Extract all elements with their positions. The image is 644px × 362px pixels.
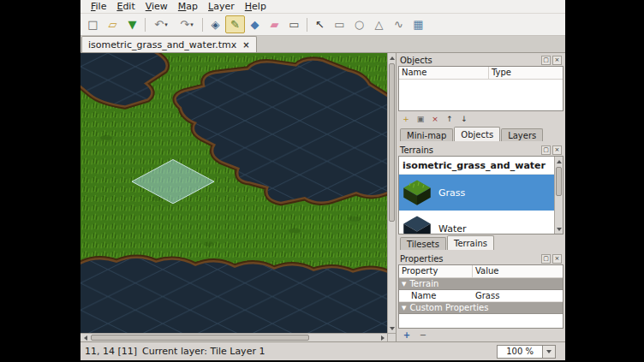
- remove-object-button[interactable]: ×: [428, 112, 442, 125]
- properties-panel-title: Properties: [400, 254, 540, 264]
- add-property-button[interactable]: +: [400, 329, 414, 340]
- objects-panel-titlebar: Objects ▢ ×: [398, 54, 564, 66]
- scroll-down-button[interactable]: [555, 224, 563, 234]
- properties-panel-float-button[interactable]: ▢: [541, 254, 551, 264]
- objects-table: Name Type: [398, 66, 564, 111]
- insert-polyline-icon: ∿: [394, 18, 403, 31]
- insert-rectangle-icon: ▭: [334, 18, 344, 31]
- properties-table: Property Value ▼ Terrain Name Grass ▼ Cu…: [398, 264, 564, 329]
- main-toolbar: □ ▱ ▼ ↶▾ ↷▾ ◈ ✎ ◆ ▰ ▭ ↖ ▭ ○ △ ∿ ▦: [80, 14, 565, 36]
- menu-edit[interactable]: Edit: [111, 1, 140, 12]
- insert-polygon-tool-button[interactable]: △: [369, 15, 389, 33]
- duplicate-object-button[interactable]: ▣: [414, 112, 427, 125]
- insert-tile-tool-button[interactable]: ▦: [408, 15, 428, 33]
- zoom-dropdown-button[interactable]: [543, 345, 556, 359]
- rect-select-tool-button[interactable]: ▭: [284, 15, 304, 33]
- scroll-left-button[interactable]: [80, 334, 90, 341]
- scroll-up-button[interactable]: [388, 53, 396, 62]
- properties-panel-close-button[interactable]: ×: [552, 254, 562, 264]
- redo-button[interactable]: ↷▾: [174, 15, 200, 33]
- map-horizontal-scrollbar[interactable]: [80, 333, 387, 341]
- undo-dropdown-icon[interactable]: ▾: [164, 21, 168, 28]
- horizontal-scroll-thumb[interactable]: [91, 335, 309, 341]
- objects-panel-title: Objects: [400, 56, 540, 65]
- property-name-cell: Name: [399, 291, 473, 300]
- scroll-down-button[interactable]: [388, 323, 396, 333]
- select-objects-tool-button[interactable]: ↖: [310, 15, 330, 33]
- eraser-tool-button[interactable]: ▰: [265, 15, 284, 33]
- property-row-name[interactable]: Name Grass: [399, 290, 563, 302]
- properties-column-value[interactable]: Value: [473, 265, 563, 277]
- insert-rectangle-tool-button[interactable]: ▭: [330, 15, 349, 33]
- objects-panel-close-button[interactable]: ×: [552, 56, 562, 65]
- stamp-brush-tool-button[interactable]: ◈: [206, 15, 225, 33]
- terrains-scroll-thumb[interactable]: [556, 167, 562, 196]
- bucket-fill-icon: ◆: [251, 18, 259, 31]
- objects-panel-float-button[interactable]: ▢: [541, 56, 551, 65]
- objects-column-type[interactable]: Type: [489, 67, 563, 79]
- down-arrow-icon: [557, 228, 562, 231]
- insert-tile-icon: ▦: [413, 18, 423, 31]
- vertical-scroll-thumb[interactable]: [389, 63, 395, 222]
- grass-tile-thumbnail: [402, 177, 432, 208]
- bucket-fill-tool-button[interactable]: ◆: [245, 15, 265, 33]
- insert-ellipse-icon: ○: [355, 18, 364, 31]
- lower-object-button[interactable]: ↓: [457, 112, 471, 125]
- insert-ellipse-tool-button[interactable]: ○: [349, 15, 369, 33]
- collapse-icon: ▼: [402, 281, 406, 288]
- tab-terrains[interactable]: Terrains: [447, 235, 494, 250]
- property-group-custom-properties[interactable]: ▼ Custom Properties: [399, 302, 563, 314]
- insert-polyline-tool-button[interactable]: ∿: [389, 15, 408, 33]
- objects-column-name[interactable]: Name: [399, 67, 489, 79]
- document-tabbar: isometric_grass_and_water.tmx ×: [80, 36, 565, 53]
- scroll-up-button[interactable]: [555, 157, 563, 166]
- right-dock: Objects ▢ × Name Type + ▣ × ↑ ↓: [396, 53, 565, 341]
- terrain-item-grass[interactable]: Grass: [399, 175, 554, 211]
- document-tab[interactable]: isometric_grass_and_water.tmx ×: [81, 36, 257, 52]
- redo-dropdown-icon[interactable]: ▾: [190, 21, 194, 28]
- tab-objects[interactable]: Objects: [454, 127, 500, 141]
- map-vertical-scrollbar[interactable]: [387, 53, 396, 333]
- add-object-button[interactable]: +: [399, 112, 413, 125]
- save-file-button[interactable]: ▼: [122, 15, 142, 33]
- terrain-brush-icon: ✎: [230, 18, 240, 31]
- menu-layer[interactable]: Layer: [203, 1, 240, 12]
- status-bar: 11, 14 [11] Current layer: Tile Layer 1 …: [80, 341, 565, 360]
- new-file-button[interactable]: □: [83, 15, 103, 33]
- property-value-cell[interactable]: Grass: [473, 291, 563, 300]
- remove-property-button[interactable]: −: [416, 329, 430, 340]
- properties-column-property[interactable]: Property: [399, 265, 473, 277]
- tab-layers[interactable]: Layers: [501, 128, 543, 141]
- objects-table-header: Name Type: [399, 67, 563, 80]
- scroll-right-button[interactable]: [378, 334, 387, 341]
- menubar: File Edit View Map Layer Help: [80, 0, 565, 14]
- tab-close-icon[interactable]: ×: [242, 40, 249, 50]
- property-group-label: Terrain: [409, 279, 438, 288]
- terrain-brush-tool-button[interactable]: ✎: [225, 15, 245, 33]
- map-canvas[interactable]: [80, 53, 387, 333]
- zoom-combobox[interactable]: 100 %: [497, 345, 556, 359]
- open-file-button[interactable]: ▱: [103, 15, 122, 33]
- zoom-value: 100 %: [497, 345, 543, 359]
- right-arrow-icon: [381, 335, 385, 341]
- terrains-panel-float-button[interactable]: ▢: [541, 145, 551, 155]
- map-view[interactable]: [80, 53, 396, 341]
- undo-button[interactable]: ↶▾: [148, 15, 174, 33]
- menu-help[interactable]: Help: [240, 1, 271, 12]
- terrains-scrollbar[interactable]: [554, 157, 563, 234]
- toolbar-separator: [145, 18, 146, 32]
- tab-minimap[interactable]: Mini-map: [400, 128, 453, 141]
- menu-map[interactable]: Map: [173, 1, 203, 12]
- menu-view[interactable]: View: [140, 1, 173, 12]
- raise-object-button[interactable]: ↑: [443, 112, 456, 125]
- property-group-terrain[interactable]: ▼ Terrain: [399, 278, 563, 290]
- up-arrow-icon: [390, 56, 395, 60]
- terrains-panel-title: Terrains: [400, 145, 540, 155]
- objects-list[interactable]: [399, 80, 563, 110]
- terrain-item-water[interactable]: Water: [399, 211, 554, 234]
- menu-file[interactable]: File: [86, 1, 111, 12]
- tab-tilesets[interactable]: Tilesets: [400, 237, 446, 250]
- properties-panel-titlebar: Properties ▢ ×: [398, 252, 564, 264]
- document-tab-title: isometric_grass_and_water.tmx: [88, 39, 236, 50]
- terrains-panel-close-button[interactable]: ×: [552, 145, 562, 155]
